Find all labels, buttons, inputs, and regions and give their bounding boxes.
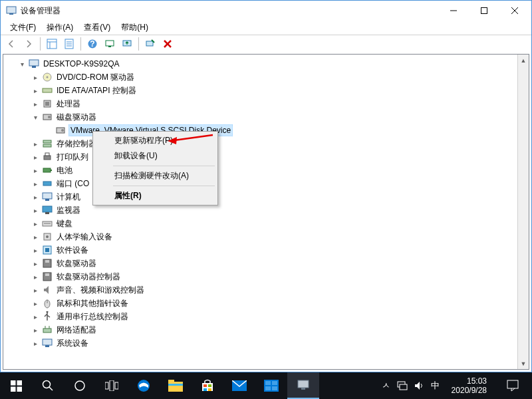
svg-rect-36 [43, 168, 51, 172]
window-buttons [438, 1, 530, 21]
expand-icon[interactable]: ▸ [31, 233, 39, 241]
expand-icon[interactable]: ▸ [31, 180, 39, 188]
svg-rect-76 [168, 384, 183, 386]
taskbar: ㅅ 中 15:03 2020/9/28 [0, 372, 532, 399]
taskbar-explorer[interactable] [160, 372, 192, 399]
app-icon [6, 5, 17, 16]
taskbar-store[interactable] [192, 372, 223, 399]
expand-icon[interactable]: ▸ [31, 286, 39, 294]
expand-icon[interactable]: ▸ [31, 299, 39, 307]
svg-rect-87 [272, 386, 277, 390]
task-view-button[interactable] [96, 372, 128, 399]
search-button[interactable] [32, 372, 64, 399]
tree-item: ▸监视器 [5, 203, 529, 217]
tree-item: ▸打印队列 [5, 150, 529, 164]
tray-volume-icon[interactable] [414, 381, 424, 390]
start-button[interactable] [0, 372, 32, 399]
expand-icon[interactable]: ▸ [31, 193, 39, 201]
tree-item: ▸电池 [5, 164, 529, 177]
expand-icon[interactable]: ▸ [31, 246, 39, 254]
root-node[interactable]: ▾ DESKTOP-K9S92QA [5, 57, 529, 70]
forward-button[interactable] [21, 37, 37, 51]
tree-item: ▸软盘驱动器 [5, 257, 529, 270]
svg-rect-33 [43, 144, 51, 147]
tray-network-icon[interactable] [397, 381, 408, 390]
taskbar-mail[interactable] [223, 372, 255, 399]
svg-rect-15 [106, 41, 114, 46]
software-icon [42, 245, 53, 255]
show-hide-tree-button[interactable] [44, 37, 60, 51]
disable-button[interactable] [160, 37, 176, 51]
ctx-properties[interactable]: 属性(R) [94, 188, 216, 203]
maximize-button[interactable] [469, 1, 499, 21]
keyboard-icon [42, 218, 53, 229]
cortana-button[interactable] [64, 372, 96, 399]
svg-rect-65 [11, 386, 16, 392]
uninstall-button[interactable] [142, 37, 158, 51]
tree-item: ▸软盘驱动器控制器 [5, 270, 529, 283]
device-tree[interactable]: ▾ DESKTOP-K9S92QA ▸DVD/CD-ROM 驱动器 ▸IDE A… [3, 54, 529, 370]
menu-view[interactable]: 查看(V) [78, 21, 116, 35]
scroll-up-icon[interactable]: ▲ [518, 55, 529, 66]
svg-rect-64 [17, 380, 22, 386]
help-button[interactable]: ? [84, 37, 100, 51]
menu-help[interactable]: 帮助(H) [116, 21, 154, 35]
svg-rect-38 [43, 182, 51, 186]
svg-rect-92 [507, 380, 518, 388]
floppy-icon [42, 258, 53, 269]
update-driver-button[interactable] [119, 37, 135, 51]
svg-rect-75 [168, 380, 174, 383]
menu-action[interactable]: 操作(A) [41, 21, 78, 35]
disk-icon [42, 112, 53, 122]
expand-icon[interactable]: ▸ [31, 219, 39, 227]
svg-rect-52 [45, 273, 49, 276]
scroll-down-icon[interactable]: ▼ [518, 358, 529, 369]
taskbar-device-manager[interactable] [287, 372, 319, 399]
tray-chevron-up-icon[interactable]: ㅅ [382, 380, 390, 392]
expand-icon[interactable]: ▸ [31, 326, 39, 334]
tray-clock[interactable]: 15:03 2020/9/28 [446, 376, 492, 395]
tray-ime[interactable]: 中 [431, 380, 440, 392]
back-button[interactable] [3, 37, 19, 51]
svg-point-24 [47, 76, 49, 78]
minimize-button[interactable] [438, 1, 469, 21]
scan-hardware-button[interactable] [102, 37, 118, 51]
disk-icon [55, 125, 66, 136]
tree-item: ▸系统设备 [5, 336, 529, 350]
expand-icon[interactable]: ▸ [31, 153, 39, 161]
collapse-icon[interactable]: ▾ [31, 113, 39, 121]
svg-rect-88 [298, 380, 309, 388]
expand-icon[interactable]: ▸ [31, 339, 39, 347]
svg-rect-78 [203, 384, 207, 387]
svg-rect-81 [208, 388, 211, 391]
menu-file[interactable]: 文件(F) [5, 21, 41, 35]
tree-item: ▸人体学输入设备 [5, 230, 529, 243]
taskbar-settings[interactable] [255, 372, 287, 399]
svg-rect-41 [43, 206, 52, 212]
properties-button[interactable] [61, 37, 77, 51]
expand-icon[interactable]: ▸ [31, 259, 39, 267]
svg-point-29 [48, 116, 51, 118]
svg-rect-59 [43, 339, 52, 345]
ctx-uninstall-device[interactable]: 卸载设备(U) [94, 148, 216, 164]
expand-icon[interactable]: ▸ [31, 313, 39, 321]
expand-icon[interactable]: ▸ [31, 86, 39, 94]
expand-icon[interactable]: ▸ [31, 73, 39, 81]
expand-icon[interactable]: ▸ [31, 140, 39, 148]
expand-icon[interactable]: ▸ [31, 206, 39, 214]
svg-rect-80 [203, 388, 207, 391]
collapse-icon[interactable]: ▾ [18, 60, 26, 68]
taskbar-edge[interactable] [128, 372, 160, 399]
tree-item-disk-device[interactable]: VMware, VMware Virtual S SCSI Disk Devic… [5, 124, 529, 137]
ctx-update-driver[interactable]: 更新驱动程序(P) [94, 133, 216, 148]
expand-icon[interactable]: ▸ [31, 100, 39, 108]
close-button[interactable] [499, 1, 530, 21]
svg-line-68 [49, 387, 53, 390]
svg-rect-25 [43, 88, 52, 92]
vertical-scrollbar[interactable]: ▲ ▼ [517, 55, 529, 369]
expand-icon[interactable]: ▸ [31, 273, 39, 281]
svg-rect-66 [17, 386, 22, 392]
ctx-scan-hardware[interactable]: 扫描检测硬件改动(A) [94, 168, 216, 184]
expand-icon[interactable]: ▸ [31, 166, 39, 174]
tray-notifications[interactable] [499, 372, 527, 399]
